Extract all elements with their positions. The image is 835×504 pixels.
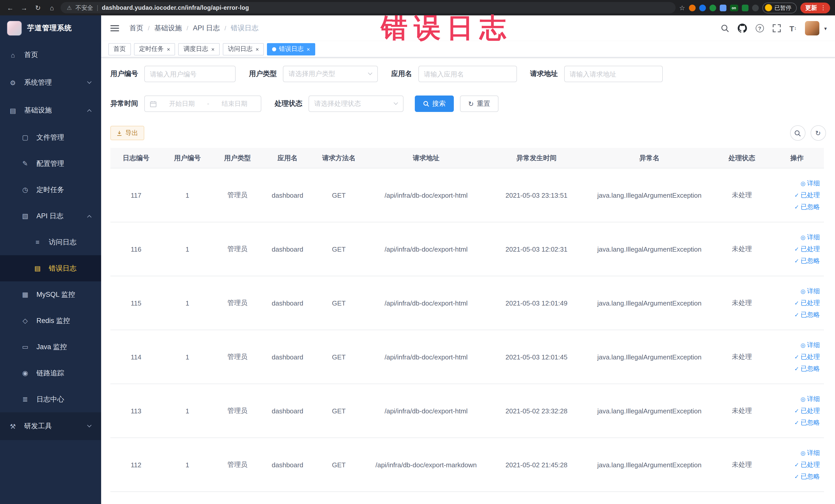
profile-sync-paused-button[interactable]: 已暂停	[762, 2, 796, 13]
extension-icon[interactable]	[752, 4, 758, 11]
bookmark-star-icon[interactable]: ☆	[679, 4, 685, 12]
breadcrumb-item[interactable]: 基础设施	[154, 24, 182, 33]
sidebar-item-log-center[interactable]: ≣ 日志中心	[0, 386, 101, 412]
mark-processed-link[interactable]: ✓已处理	[794, 406, 820, 415]
forward-icon[interactable]: →	[19, 4, 29, 12]
check-icon: ✓	[794, 354, 799, 360]
sidebar-item-java-monitor[interactable]: ▭ Java 监控	[0, 334, 101, 360]
mark-ignored-link[interactable]: ✓已忽略	[794, 310, 820, 319]
home-icon[interactable]: ⌂	[47, 4, 57, 12]
edit-icon: ✎	[21, 160, 30, 167]
breadcrumb-separator: /	[187, 25, 188, 32]
mark-processed-link[interactable]: ✓已处理	[794, 352, 820, 361]
avatar-caret-icon[interactable]: ▾	[824, 25, 827, 31]
close-icon[interactable]: ×	[307, 46, 310, 52]
check-icon: ✓	[794, 365, 799, 372]
sidebar-item-config-management[interactable]: ✎ 配置管理	[0, 150, 101, 177]
refresh-table-button[interactable]: ↻	[810, 125, 826, 141]
cell-actions: ◎详细 ✓已处理 ✓已忽略	[770, 448, 824, 481]
extension-icon[interactable]	[699, 4, 706, 11]
search-icon[interactable]	[721, 24, 729, 32]
reset-button[interactable]: ↻ 重置	[460, 96, 498, 112]
tab-error-log[interactable]: 错误日志 ×	[267, 43, 315, 55]
close-icon[interactable]: ×	[256, 46, 259, 52]
mark-processed-link[interactable]: ✓已处理	[794, 299, 820, 307]
page-content: 用户编号 用户类型 请选择用户类型 应用名	[101, 58, 835, 504]
app-name-input[interactable]	[418, 66, 517, 82]
breadcrumb-item[interactable]: API 日志	[193, 24, 220, 33]
close-icon[interactable]: ×	[167, 46, 170, 52]
table-row: 115 1 管理员 dashboard GET /api/infra/db-do…	[110, 276, 824, 330]
chrome-update-button[interactable]: 更新 ⋮	[800, 2, 830, 13]
sidebar-item-api-logs[interactable]: ▧ API 日志	[0, 203, 101, 229]
user-type-select[interactable]: 请选择用户类型	[283, 66, 378, 82]
extension-on-icon[interactable]: on	[730, 4, 738, 11]
toggle-search-button[interactable]	[790, 125, 805, 141]
sidebar-item-scheduled-jobs[interactable]: ◷ 定时任务	[0, 177, 101, 203]
mark-ignored-link[interactable]: ✓已忽略	[794, 257, 820, 265]
back-icon[interactable]: ←	[5, 4, 15, 12]
extension-icon[interactable]	[741, 4, 748, 11]
extension-icon[interactable]	[689, 4, 695, 11]
detail-link[interactable]: ◎详细	[801, 287, 820, 296]
tab-access-log[interactable]: 访问日志 ×	[223, 43, 264, 55]
address-bar[interactable]: ⚠ 不安全 | dashboard.yudao.iocoder.cn/infra…	[61, 2, 676, 13]
eye-icon: ◎	[801, 180, 806, 187]
sidebar-item-system-management[interactable]: ⚙ 系统管理	[0, 69, 101, 97]
sidebar-item-home[interactable]: ⌂ 首页	[0, 41, 101, 69]
mark-processed-link[interactable]: ✓已处理	[794, 245, 820, 254]
mark-processed-link[interactable]: ✓已处理	[794, 191, 820, 200]
detail-link[interactable]: ◎详细	[801, 233, 820, 242]
search-button[interactable]: 搜索	[415, 96, 454, 112]
sidebar-item-file-management[interactable]: ▢ 文件管理	[0, 124, 101, 150]
eye-icon: ◎	[801, 396, 806, 402]
sidebar-item-label: 文件管理	[37, 133, 64, 142]
detail-link[interactable]: ◎详细	[801, 179, 820, 188]
cell-user-id: 1	[162, 299, 213, 307]
detail-link[interactable]: ◎详细	[801, 448, 820, 457]
menu-kebab-icon[interactable]: ⋮	[820, 4, 826, 11]
mark-ignored-link[interactable]: ✓已忽略	[794, 203, 820, 211]
table-toolbar: 导出 ↻	[110, 125, 826, 141]
mark-ignored-link[interactable]: ✓已忽略	[794, 472, 820, 481]
extension-icon[interactable]	[709, 4, 716, 11]
reload-icon[interactable]: ↻	[33, 4, 43, 12]
chevron-down-icon	[87, 80, 91, 84]
sidebar-item-infrastructure[interactable]: ▤ 基础设施	[0, 97, 101, 124]
export-button[interactable]: 导出	[110, 126, 144, 140]
hamburger-icon[interactable]	[109, 22, 120, 35]
eye-icon: ◎	[801, 288, 806, 295]
exception-time-range-picker[interactable]: 开始日期 - 结束日期	[144, 96, 261, 112]
tab-home[interactable]: 首页	[108, 43, 131, 55]
extension-icon[interactable]	[719, 4, 726, 11]
sidebar: 芋道管理系统 ⌂ 首页 ⚙ 系统管理 ▤ 基础设施 ▢ 文件管理 ✎	[0, 15, 101, 504]
github-icon[interactable]	[738, 24, 747, 33]
sidebar-item-dev-tools[interactable]: ⚒ 研发工具	[0, 412, 101, 440]
calendar-icon	[150, 100, 157, 107]
close-icon[interactable]: ×	[211, 46, 215, 52]
detail-link[interactable]: ◎详细	[801, 341, 820, 349]
user-id-input[interactable]	[144, 66, 236, 82]
check-icon: ✓	[794, 407, 799, 414]
breadcrumb-item[interactable]: 首页	[129, 24, 143, 33]
process-status-select[interactable]: 请选择处理状态	[308, 96, 404, 112]
tab-schedule-log[interactable]: 调度日志 ×	[178, 43, 220, 55]
tab-label: 首页	[114, 45, 126, 54]
help-icon[interactable]: ?	[756, 24, 764, 32]
fullscreen-icon[interactable]	[773, 24, 781, 32]
eye-icon: ◎	[801, 234, 806, 241]
mark-ignored-link[interactable]: ✓已忽略	[794, 418, 820, 427]
request-url-input[interactable]	[564, 66, 663, 82]
sidebar-item-tracing[interactable]: ◉ 链路追踪	[0, 360, 101, 386]
sidebar-item-access-log[interactable]: ≡ 访问日志	[0, 229, 101, 255]
sidebar-item-error-log[interactable]: ▤ 错误日志	[0, 255, 101, 281]
mark-processed-link[interactable]: ✓已处理	[794, 460, 820, 469]
mark-ignored-link[interactable]: ✓已忽略	[794, 364, 820, 373]
detail-link[interactable]: ◎详细	[801, 395, 820, 403]
sidebar-item-mysql-monitor[interactable]: ▦ MySQL 监控	[0, 281, 101, 308]
font-size-icon[interactable]: T↕	[790, 24, 796, 33]
tab-scheduled-jobs[interactable]: 定时任务 ×	[134, 43, 175, 55]
sidebar-item-redis-monitor[interactable]: ◇ Redis 监控	[0, 308, 101, 334]
user-avatar[interactable]	[805, 21, 820, 36]
sidebar-item-label: 基础设施	[24, 106, 52, 115]
